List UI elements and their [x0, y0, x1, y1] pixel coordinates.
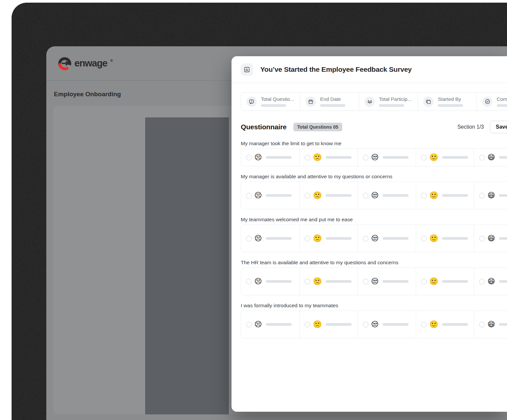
- unamused-face-icon: 😒: [371, 192, 379, 199]
- rating-option-1[interactable]: 😣: [241, 311, 299, 338]
- rating-option-4[interactable]: 🙂: [416, 268, 474, 295]
- radio-button[interactable]: [246, 322, 252, 327]
- rating-option-2[interactable]: 🙁: [299, 311, 358, 338]
- rating-option-1[interactable]: 😣: [241, 182, 299, 209]
- option-label-placeholder: [499, 194, 507, 197]
- radio-button[interactable]: [246, 155, 252, 160]
- survey-stats-row: ?Total Questio...End DateTotal Particip.…: [241, 92, 507, 111]
- radio-button[interactable]: [479, 279, 485, 284]
- slightly-smiling-face-icon: 🙂: [429, 278, 438, 285]
- save-button[interactable]: Save: [490, 121, 507, 133]
- radio-button[interactable]: [479, 322, 485, 327]
- radio-button[interactable]: [305, 193, 310, 198]
- rating-option-5[interactable]: 😄: [474, 311, 507, 338]
- rating-option-1[interactable]: 😣: [241, 225, 299, 252]
- persevering-face-icon: 😣: [254, 278, 262, 285]
- survey-question-3: My teammates welcomed me and put me to e…: [241, 217, 507, 252]
- slightly-frowning-face-icon: 🙁: [313, 235, 322, 242]
- questionnaire-header: Questionnaire Total Questions 05 Section…: [241, 121, 507, 133]
- questions-list: My manager took the limit to get to know…: [241, 141, 507, 338]
- enwage-logo: enwage ®: [58, 57, 112, 70]
- survey-question-4: The HR team is available and attentive t…: [241, 260, 507, 295]
- radio-button[interactable]: [305, 236, 310, 241]
- grinning-face-with-smiling-eyes-icon: 😄: [487, 235, 495, 242]
- radio-button[interactable]: [421, 236, 427, 241]
- content-preview-block: [145, 117, 229, 414]
- total-questions-badge: Total Questions 05: [293, 123, 342, 131]
- rating-option-5[interactable]: 😄: [474, 149, 507, 166]
- radio-button[interactable]: [363, 279, 368, 284]
- radio-button[interactable]: [246, 193, 252, 198]
- survey-question-2: My manager is available and attentive to…: [241, 174, 507, 209]
- stat-card-2: Total Particip...: [359, 93, 418, 110]
- slightly-frowning-face-icon: 🙁: [313, 278, 322, 285]
- survey-question-5: I was formally introduced to my teammate…: [241, 303, 507, 338]
- svg-text:?: ?: [251, 100, 252, 103]
- option-label-placeholder: [499, 237, 507, 240]
- radio-button[interactable]: [479, 236, 485, 241]
- radio-button[interactable]: [305, 279, 310, 284]
- rating-option-5[interactable]: 😄: [474, 225, 507, 252]
- stat-value-placeholder: [497, 104, 507, 107]
- rating-option-2[interactable]: 🙁: [299, 182, 358, 209]
- unamused-face-icon: 😒: [371, 154, 379, 161]
- rating-option-1[interactable]: 😣: [241, 149, 299, 166]
- radio-button[interactable]: [246, 236, 252, 241]
- option-label-placeholder: [326, 194, 352, 197]
- radio-button[interactable]: [421, 155, 427, 160]
- persevering-face-icon: 😣: [254, 321, 262, 328]
- radio-button[interactable]: [421, 193, 427, 198]
- stat-label: End Date: [320, 96, 345, 102]
- option-label-placeholder: [499, 156, 507, 159]
- rating-option-4[interactable]: 🙂: [416, 149, 474, 166]
- option-label-placeholder: [383, 194, 408, 197]
- option-label-placeholder: [383, 237, 408, 240]
- radio-button[interactable]: [246, 279, 252, 284]
- rating-option-5[interactable]: 😄: [474, 182, 507, 209]
- rating-option-3[interactable]: 😒: [358, 225, 416, 252]
- rating-option-3[interactable]: 😒: [358, 149, 416, 166]
- calendar-icon: [306, 97, 316, 107]
- stat-value-placeholder: [320, 104, 345, 107]
- rating-option-5[interactable]: 😄: [474, 268, 507, 295]
- rating-option-3[interactable]: 😒: [358, 311, 416, 338]
- radio-button[interactable]: [363, 236, 368, 241]
- rating-option-3[interactable]: 😒: [358, 182, 416, 209]
- rating-option-2[interactable]: 🙁: [299, 268, 358, 295]
- stat-value-placeholder: [438, 104, 463, 107]
- radio-button[interactable]: [363, 322, 368, 327]
- question-text: I was formally introduced to my teammate…: [241, 303, 507, 309]
- radio-button[interactable]: [363, 155, 368, 160]
- question-text: The HR team is available and attentive t…: [241, 260, 507, 266]
- enwage-logo-icon: [58, 57, 72, 70]
- rating-option-3[interactable]: 😒: [358, 268, 416, 295]
- radio-button[interactable]: [479, 155, 485, 160]
- rating-option-4[interactable]: 🙂: [416, 225, 474, 252]
- stat-label: Comp: [497, 96, 507, 102]
- slightly-smiling-face-icon: 🙂: [429, 154, 438, 161]
- rating-option-2[interactable]: 🙁: [299, 225, 358, 252]
- stat-label: Started By: [438, 96, 463, 102]
- rating-options-row: 😣🙁😒🙂😄: [241, 268, 507, 295]
- question-text: My manager is available and attentive to…: [241, 174, 507, 180]
- registered-mark: ®: [110, 59, 113, 63]
- rating-option-4[interactable]: 🙂: [416, 182, 474, 209]
- radio-button[interactable]: [363, 193, 368, 198]
- radio-button[interactable]: [479, 193, 485, 198]
- rating-option-1[interactable]: 😣: [241, 268, 299, 295]
- unamused-face-icon: 😒: [371, 321, 379, 328]
- unamused-face-icon: 😒: [371, 235, 379, 242]
- option-label-placeholder: [266, 156, 292, 159]
- radio-button[interactable]: [305, 322, 310, 327]
- radio-button[interactable]: [421, 322, 427, 327]
- option-label-placeholder: [266, 194, 292, 197]
- slightly-frowning-face-icon: 🙁: [313, 321, 322, 328]
- bar-chart-icon: [241, 63, 253, 76]
- rating-options-row: 😣🙁😒🙂😄: [241, 148, 507, 166]
- radio-button[interactable]: [421, 279, 427, 284]
- rating-option-2[interactable]: 🙁: [299, 149, 358, 166]
- rating-option-4[interactable]: 🙂: [416, 311, 474, 338]
- radio-button[interactable]: [305, 155, 310, 160]
- slightly-smiling-face-icon: 🙂: [429, 235, 438, 242]
- modal-title: You’ve Started the Employee Feedback Sur…: [260, 65, 412, 73]
